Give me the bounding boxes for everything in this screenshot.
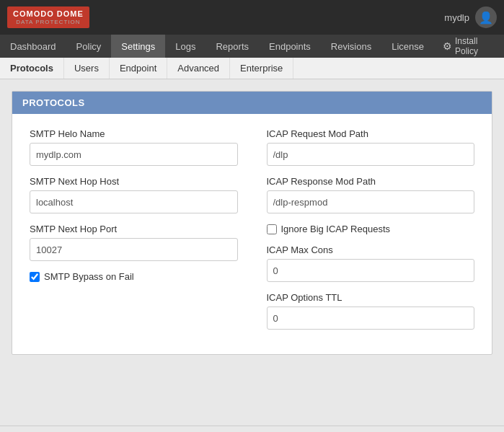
smtp-next-hop-host-input[interactable]	[30, 190, 238, 213]
secondary-nav: Protocols Users Endpoint Advanced Enterp…	[0, 58, 504, 79]
icap-response-mod-path-group: ICAP Response Mod Path	[267, 176, 475, 213]
form-grid: SMTP Helo Name SMTP Next Hop Host SMTP N…	[30, 128, 474, 340]
nav-endpoints[interactable]: Endpoints	[259, 35, 321, 58]
nav-revisions[interactable]: Revisions	[321, 35, 381, 58]
icap-max-cons-input[interactable]	[267, 259, 475, 282]
install-policy-button[interactable]: ⚙ Install Policy	[434, 36, 504, 56]
protocols-card: PROTOCOLS SMTP Helo Name SMTP Next Hop H…	[12, 91, 492, 355]
smtp-helo-name-input[interactable]	[30, 143, 238, 166]
nav-protocols[interactable]: Protocols	[0, 58, 64, 79]
smtp-bypass-group: SMTP Bypass on Fail	[30, 271, 238, 282]
primary-nav: Dashboard Policy Settings Logs Reports E…	[0, 35, 504, 58]
smtp-next-hop-port-label: SMTP Next Hop Port	[30, 224, 238, 234]
nav-reports[interactable]: Reports	[205, 35, 259, 58]
smtp-helo-name-group: SMTP Helo Name	[30, 128, 238, 166]
footer: 💾 Save	[0, 426, 504, 432]
card-header: PROTOCOLS	[12, 92, 492, 114]
ignore-big-icap-checkbox[interactable]	[267, 224, 277, 234]
card-title: PROTOCOLS	[22, 97, 85, 108]
icap-max-cons-label: ICAP Max Cons	[267, 244, 475, 255]
nav-policy[interactable]: Policy	[66, 35, 112, 58]
ignore-big-icap-label: Ignore Big ICAP Requests	[281, 224, 391, 234]
icap-request-mod-path-label: ICAP Request Mod Path	[267, 128, 475, 139]
nav-dashboard[interactable]: Dashboard	[0, 35, 66, 58]
smtp-next-hop-host-group: SMTP Next Hop Host	[30, 176, 238, 213]
nav-enterprise[interactable]: Enterprise	[230, 58, 293, 79]
username: mydlp	[444, 12, 469, 23]
smtp-helo-name-label: SMTP Helo Name	[30, 128, 238, 139]
smtp-next-hop-host-label: SMTP Next Hop Host	[30, 176, 238, 187]
form-left: SMTP Helo Name SMTP Next Hop Host SMTP N…	[30, 128, 238, 340]
gear-icon: ⚙	[443, 40, 452, 52]
smtp-bypass-label: SMTP Bypass on Fail	[44, 271, 134, 282]
header-right: mydlp 👤	[444, 6, 497, 28]
ignore-big-icap-group: Ignore Big ICAP Requests	[267, 224, 475, 234]
logo-box: COMODO DOME DATA PROTECTION	[7, 6, 89, 28]
icap-options-ttl-label: ICAP Options TTL	[267, 292, 475, 303]
form-right: ICAP Request Mod Path ICAP Response Mod …	[267, 128, 475, 340]
icap-request-mod-path-group: ICAP Request Mod Path	[267, 128, 475, 166]
nav-endpoint[interactable]: Endpoint	[110, 58, 167, 79]
icap-max-cons-group: ICAP Max Cons	[267, 244, 475, 282]
nav-advanced[interactable]: Advanced	[167, 58, 230, 79]
user-avatar-icon[interactable]: 👤	[475, 6, 497, 28]
card-body: SMTP Helo Name SMTP Next Hop Host SMTP N…	[12, 114, 492, 354]
nav-logs[interactable]: Logs	[165, 35, 205, 58]
header: COMODO DOME DATA PROTECTION mydlp 👤	[0, 0, 504, 35]
smtp-next-hop-port-group: SMTP Next Hop Port	[30, 224, 238, 261]
nav-license[interactable]: License	[381, 35, 434, 58]
icap-request-mod-path-input[interactable]	[267, 143, 475, 166]
logo: COMODO DOME DATA PROTECTION	[7, 6, 89, 28]
primary-nav-items: Dashboard Policy Settings Logs Reports E…	[0, 35, 434, 58]
nav-users[interactable]: Users	[64, 58, 110, 79]
smtp-bypass-checkbox[interactable]	[30, 272, 40, 282]
logo-sub: DATA PROTECTION	[16, 19, 80, 25]
main-content: PROTOCOLS SMTP Helo Name SMTP Next Hop H…	[0, 79, 504, 426]
icap-options-ttl-input[interactable]	[267, 307, 475, 330]
icap-response-mod-path-label: ICAP Response Mod Path	[267, 176, 475, 187]
install-policy-label: Install Policy	[455, 36, 495, 56]
icap-response-mod-path-input[interactable]	[267, 190, 475, 213]
smtp-next-hop-port-input[interactable]	[30, 238, 238, 261]
icap-options-ttl-group: ICAP Options TTL	[267, 292, 475, 330]
logo-comodo: COMODO DOME	[13, 9, 84, 18]
nav-settings[interactable]: Settings	[111, 35, 165, 58]
